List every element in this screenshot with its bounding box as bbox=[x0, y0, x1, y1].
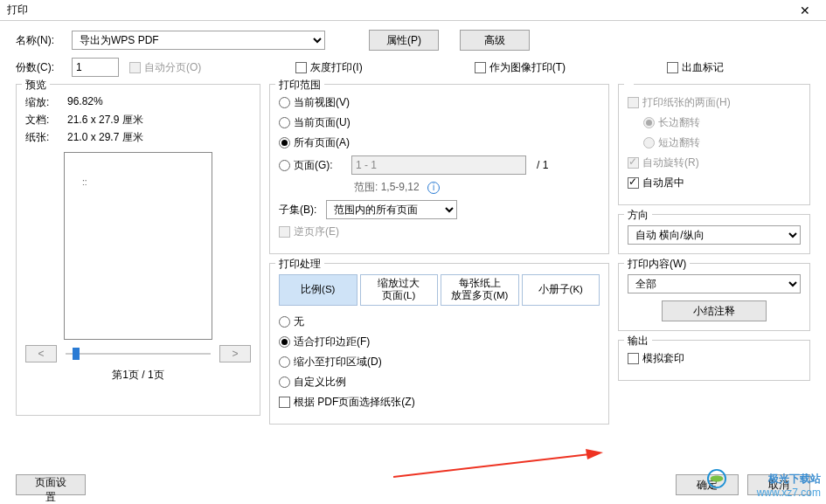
orientation-title: 方向 bbox=[624, 208, 652, 223]
shrink-radio[interactable] bbox=[279, 356, 290, 368]
fit-margin-radio[interactable] bbox=[279, 336, 290, 348]
scale-value: 96.82% bbox=[67, 95, 103, 110]
subset-label: 子集(B): bbox=[279, 203, 326, 217]
properties-button[interactable]: 属性(P) bbox=[369, 30, 439, 51]
all-pages-radio[interactable] bbox=[279, 137, 290, 148]
tab-oversized[interactable]: 缩放过大 页面(L) bbox=[360, 274, 439, 306]
page-slider[interactable] bbox=[66, 346, 211, 362]
current-view-radio[interactable] bbox=[279, 97, 290, 108]
tab-multipage[interactable]: 每张纸上 放置多页(M) bbox=[441, 274, 519, 306]
range-example-label: 范围: bbox=[354, 181, 378, 193]
range-example: 1,5-9,12 bbox=[381, 181, 420, 193]
page-indicator: 第1页 / 1页 bbox=[25, 368, 251, 383]
reverse-label: 逆页序(E) bbox=[294, 224, 339, 239]
print-content-select[interactable]: 全部 bbox=[628, 274, 801, 293]
current-view-label: 当前视图(V) bbox=[294, 95, 350, 110]
reverse-checkbox bbox=[279, 226, 290, 238]
scale-label: 缩放: bbox=[25, 95, 67, 110]
current-page-label: 当前页面(U) bbox=[294, 115, 351, 130]
as-image-label: 作为图像打印(T) bbox=[489, 60, 566, 75]
collate-label: 自动分页(O) bbox=[144, 60, 201, 75]
advanced-button[interactable]: 高级 bbox=[460, 30, 530, 51]
custom-scale-label: 自定义比例 bbox=[294, 375, 346, 390]
current-page-radio[interactable] bbox=[279, 117, 290, 128]
scale-none-label: 无 bbox=[294, 314, 304, 329]
bleed-label: 出血标记 bbox=[682, 60, 724, 75]
next-page-button[interactable]: > bbox=[219, 345, 251, 362]
pages-input[interactable] bbox=[351, 155, 526, 175]
range-title: 打印范围 bbox=[275, 78, 324, 93]
grayscale-label: 灰度打印(I) bbox=[310, 60, 362, 75]
paper-value: 21.0 x 29.7 厘米 bbox=[67, 130, 143, 145]
printer-select[interactable]: 导出为WPS PDF bbox=[72, 31, 325, 50]
preview-thumbnail: :: bbox=[64, 152, 212, 340]
ok-button[interactable]: 确定 bbox=[676, 474, 739, 495]
output-title: 输出 bbox=[624, 334, 652, 349]
subset-select[interactable]: 范围内的所有页面 bbox=[326, 200, 457, 219]
pages-total: / 1 bbox=[537, 159, 548, 171]
close-button[interactable]: ✕ bbox=[788, 1, 823, 20]
info-icon[interactable]: i bbox=[427, 182, 440, 194]
all-pages-label: 所有页面(A) bbox=[294, 135, 350, 150]
collate-checkbox bbox=[129, 62, 141, 73]
custom-scale-radio[interactable] bbox=[279, 376, 290, 388]
flip-long-label: 长边翻转 bbox=[658, 115, 700, 130]
choose-paper-label: 根据 PDF页面选择纸张(Z) bbox=[294, 395, 415, 410]
flip-short-label: 短边翻转 bbox=[658, 135, 700, 150]
doc-label: 文档: bbox=[25, 113, 67, 128]
prev-page-button[interactable]: < bbox=[25, 345, 57, 362]
scale-none-radio[interactable] bbox=[279, 316, 290, 328]
bleed-checkbox[interactable] bbox=[667, 62, 678, 73]
as-image-checkbox[interactable] bbox=[475, 62, 486, 73]
auto-center-label: 自动居中 bbox=[642, 176, 684, 190]
duplex-label: 打印纸张的两面(H) bbox=[642, 95, 731, 110]
handling-title: 打印处理 bbox=[275, 257, 324, 272]
duplex-checkbox bbox=[628, 97, 639, 108]
preview-title: 预览 bbox=[22, 78, 50, 93]
print-content-title: 打印内容(W) bbox=[624, 257, 690, 272]
page-setup-button[interactable]: 页面设置 bbox=[16, 474, 86, 495]
simulate-overprint-checkbox[interactable] bbox=[628, 353, 639, 364]
fit-margin-label: 适合打印边距(F) bbox=[294, 335, 370, 349]
copies-input[interactable] bbox=[72, 58, 119, 77]
auto-rotate-label: 自动旋转(R) bbox=[642, 155, 699, 170]
tab-booklet[interactable]: 小册子(K) bbox=[522, 274, 600, 306]
copies-label: 份数(C): bbox=[16, 60, 72, 75]
flip-short-radio bbox=[643, 137, 655, 148]
auto-rotate-checkbox bbox=[628, 157, 639, 169]
doc-value: 21.6 x 27.9 厘米 bbox=[67, 113, 143, 128]
svg-marker-1 bbox=[586, 449, 603, 459]
summary-button[interactable]: 小结注释 bbox=[662, 300, 767, 321]
printer-name-label: 名称(N): bbox=[16, 33, 72, 48]
simulate-label: 模拟套印 bbox=[642, 351, 684, 366]
shrink-label: 缩小至打印区域(D) bbox=[294, 355, 382, 369]
choose-paper-checkbox[interactable] bbox=[279, 397, 290, 408]
flip-long-radio bbox=[643, 117, 655, 128]
pages-radio[interactable] bbox=[279, 160, 290, 171]
cancel-button[interactable]: 取消 bbox=[747, 474, 810, 495]
auto-center-checkbox[interactable] bbox=[628, 177, 639, 189]
grayscale-checkbox[interactable] bbox=[295, 62, 307, 73]
orientation-select[interactable]: 自动 横向/纵向 bbox=[628, 225, 801, 245]
tab-scale[interactable]: 比例(S) bbox=[279, 274, 357, 306]
dialog-title: 打印 bbox=[3, 3, 788, 17]
paper-label: 纸张: bbox=[25, 130, 67, 145]
pages-label: 页面(G): bbox=[294, 158, 346, 173]
